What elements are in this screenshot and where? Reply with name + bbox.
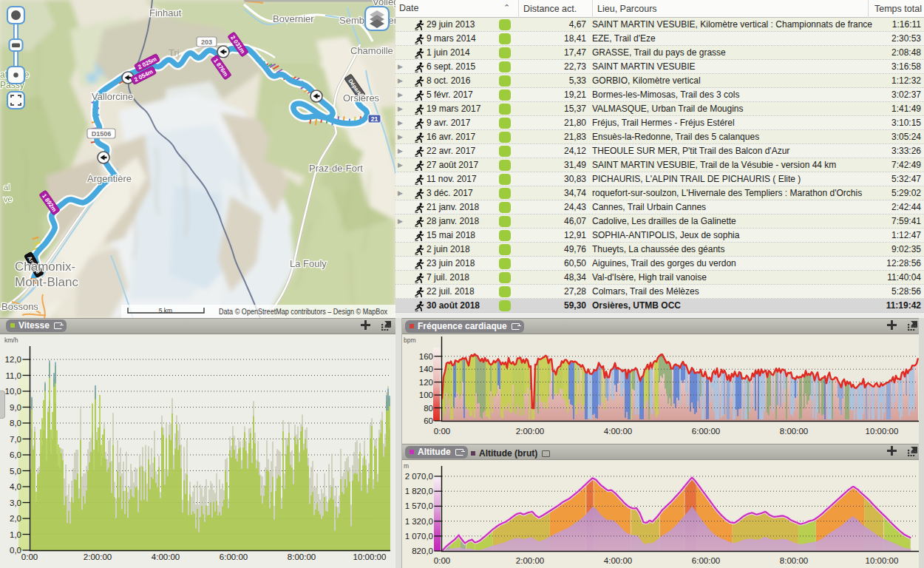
svg-text:60: 60 <box>424 416 433 425</box>
svg-text:11,0: 11,0 <box>5 371 21 380</box>
svg-text:80: 80 <box>424 404 433 413</box>
svg-text:10:00:00: 10:00:00 <box>866 556 899 565</box>
svg-text:3,0: 3,0 <box>10 498 21 507</box>
svg-text:6:00:00: 6:00:00 <box>692 427 720 436</box>
svg-text:0:00: 0:00 <box>434 556 450 565</box>
svg-text:2:00:00: 2:00:00 <box>516 427 544 436</box>
svg-text:7,0: 7,0 <box>10 435 21 444</box>
svg-text:2:00:00: 2:00:00 <box>516 556 544 565</box>
svg-text:La Fouly: La Fouly <box>290 258 327 269</box>
svg-text:8:00:00: 8:00:00 <box>780 556 808 565</box>
svg-text:Orsières: Orsières <box>343 92 380 104</box>
svg-text:km/h: km/h <box>4 337 18 344</box>
svg-text:10:00:00: 10:00:00 <box>353 552 387 561</box>
svg-text:4:00:00: 4:00:00 <box>604 556 632 565</box>
svg-text:bpm: bpm <box>404 337 416 344</box>
svg-text:al: al <box>4 183 10 192</box>
svg-text:6:00:00: 6:00:00 <box>692 556 720 565</box>
svg-text:Vallorcine: Vallorcine <box>92 91 133 102</box>
svg-text:0:00: 0:00 <box>434 427 450 436</box>
svg-text:5 km: 5 km <box>159 307 172 314</box>
svg-text:Mont-Blanc: Mont-Blanc <box>15 275 78 289</box>
svg-text:21: 21 <box>371 115 378 123</box>
svg-text:9,0: 9,0 <box>10 403 21 412</box>
svg-text:8,0: 8,0 <box>10 419 21 427</box>
svg-text:4:00:00: 4:00:00 <box>604 427 632 436</box>
svg-text:10,0: 10,0 <box>5 387 21 396</box>
svg-text:203: 203 <box>201 38 212 46</box>
svg-text:1 570,0: 1 570,0 <box>405 501 433 510</box>
svg-text:120: 120 <box>419 378 433 387</box>
svg-text:2,0: 2,0 <box>10 514 21 523</box>
svg-text:Argentière: Argentière <box>87 173 132 184</box>
svg-text:820,0: 820,0 <box>412 547 433 555</box>
svg-text:1 070,0: 1 070,0 <box>405 532 433 541</box>
svg-text:ve: ve <box>4 195 13 203</box>
svg-text:6:00:00: 6:00:00 <box>220 552 248 561</box>
svg-text:Data © OpenStreetMap contribut: Data © OpenStreetMap contributors – Desi… <box>219 307 388 316</box>
svg-text:1 320,0: 1 320,0 <box>405 517 433 526</box>
svg-text:Praz-de-Fort: Praz-de-Fort <box>309 163 363 174</box>
svg-text:8:00:00: 8:00:00 <box>780 427 808 436</box>
svg-text:1 820,0: 1 820,0 <box>405 487 433 496</box>
svg-text:1,0: 1,0 <box>10 530 21 539</box>
svg-text:D1506: D1506 <box>92 130 112 138</box>
svg-text:100: 100 <box>419 390 433 399</box>
svg-text:Finhaut: Finhaut <box>149 7 182 18</box>
svg-text:Chamoille: Chamoille <box>350 45 393 56</box>
svg-text:160: 160 <box>419 352 433 361</box>
svg-text:4,0: 4,0 <box>10 482 21 491</box>
svg-text:5,0: 5,0 <box>10 467 21 476</box>
svg-text:140: 140 <box>419 365 433 373</box>
svg-text:2:00:00: 2:00:00 <box>84 552 112 561</box>
svg-text:10:00:00: 10:00:00 <box>866 427 899 436</box>
svg-text:4:00:00: 4:00:00 <box>152 552 180 561</box>
svg-text:2 070,0: 2 070,0 <box>405 472 433 481</box>
svg-text:6,0: 6,0 <box>10 450 21 459</box>
svg-text:0,0: 0,0 <box>10 546 21 555</box>
svg-text:Chamonix-: Chamonix- <box>15 260 75 274</box>
svg-text:Bovernier: Bovernier <box>273 13 314 24</box>
svg-text:m: m <box>404 462 409 470</box>
svg-text:Tri: Tri <box>169 47 180 58</box>
svg-text:Bossons: Bossons <box>1 301 38 312</box>
svg-text:0:00: 0:00 <box>21 552 38 561</box>
svg-text:12,0: 12,0 <box>5 355 21 364</box>
svg-text:8:00:00: 8:00:00 <box>288 552 316 561</box>
